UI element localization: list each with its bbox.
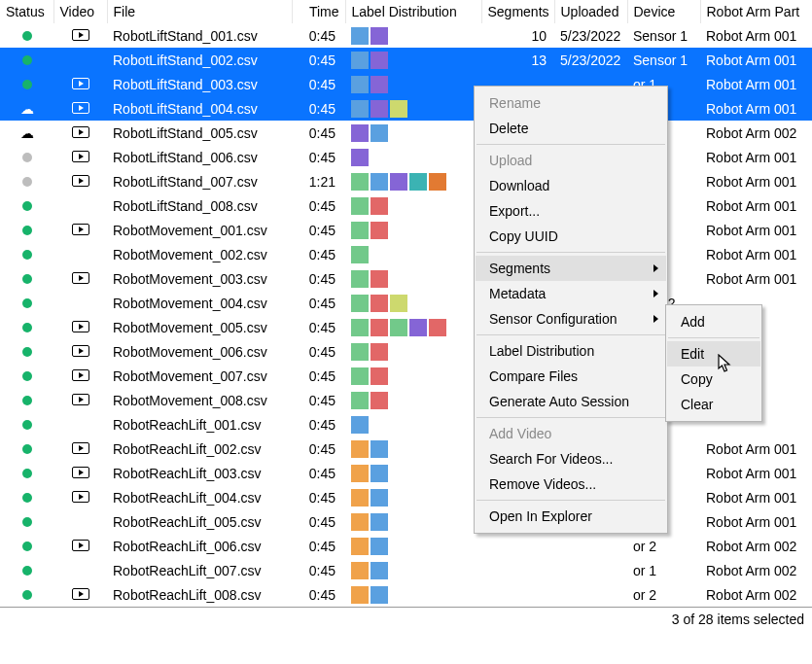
label-swatch: [351, 76, 369, 93]
play-video-icon[interactable]: [72, 394, 89, 405]
ctx-download[interactable]: Download: [476, 173, 666, 198]
table-row[interactable]: RobotLiftStand_008.csv0:45or 4Robot Arm …: [0, 193, 812, 218]
table-row[interactable]: RobotLiftStand_002.csv0:45135/23/2022Sen…: [0, 48, 812, 72]
table-row[interactable]: RobotMovement_002.csv0:45or 1Robot Arm 0…: [0, 242, 812, 266]
table-row[interactable]: RobotLiftStand_006.csv0:45or 2Robot Arm …: [0, 145, 812, 169]
cell-status: ☁: [0, 96, 53, 121]
cell-status: [0, 242, 53, 266]
table-row[interactable]: RobotReachLift_002.csv0:45or 4Robot Arm …: [0, 437, 812, 461]
ctx-sep: [477, 144, 665, 145]
ctx-open-explorer[interactable]: Open In Explorer: [476, 504, 666, 529]
table-row[interactable]: RobotReachLift_006.csv0:45or 2Robot Arm …: [0, 534, 812, 558]
table-row[interactable]: RobotReachLift_007.csv0:45or 1Robot Arm …: [0, 558, 812, 582]
cell-label-distribution: [345, 169, 481, 193]
ctx-search-video[interactable]: Search For Videos...: [476, 446, 666, 472]
col-header-labels[interactable]: Label Distribution: [345, 0, 481, 23]
col-header-time[interactable]: Time: [292, 0, 345, 23]
chevron-right-icon: [653, 315, 658, 323]
cell-part: Robot Arm 001: [700, 509, 812, 534]
table-row[interactable]: RobotReachLift_003.csv0:45or 4Robot Arm …: [0, 461, 812, 485]
cell-label-distribution: [345, 145, 481, 169]
col-header-device[interactable]: Device: [627, 0, 700, 23]
play-video-icon[interactable]: [72, 151, 89, 162]
cell-uploaded: 5/23/2022: [554, 48, 627, 72]
ctx-generate-auto[interactable]: Generate Auto Session: [476, 389, 666, 414]
ctx-sensor-config-label: Sensor Configuration: [489, 311, 618, 327]
ctx-copy-uuid[interactable]: Copy UUID: [476, 224, 666, 249]
ctx-sep: [477, 252, 665, 253]
cell-video: [53, 388, 107, 412]
cell-file: RobotReachLift_001.csv: [107, 412, 292, 437]
play-video-icon[interactable]: [72, 126, 89, 138]
cell-status: [0, 412, 53, 437]
ctx-metadata[interactable]: Metadata: [476, 281, 666, 306]
cell-time: 0:45: [292, 582, 345, 607]
cell-video: [53, 96, 107, 121]
ctx-sensor-config[interactable]: Sensor Configuration: [476, 306, 666, 332]
ctx-delete[interactable]: Delete: [476, 116, 666, 141]
col-header-file[interactable]: File: [107, 0, 292, 23]
cell-device: or 2: [627, 582, 700, 607]
cell-part: Robot Arm 001: [700, 72, 812, 96]
ctx-rename[interactable]: Rename: [476, 90, 666, 116]
table-row[interactable]: RobotMovement_001.csv0:45or 1Robot Arm 0…: [0, 218, 812, 242]
context-menu[interactable]: Rename Delete Upload Download Export... …: [474, 86, 668, 534]
table-row[interactable]: RobotReachLift_005.csv0:45or 1Robot Arm …: [0, 509, 812, 534]
sub-copy[interactable]: Copy: [667, 367, 760, 392]
status-ok-icon: [22, 31, 32, 41]
cell-status: [0, 48, 53, 72]
col-header-video[interactable]: Video: [53, 0, 107, 23]
ctx-segments[interactable]: Segments: [476, 256, 666, 281]
cell-file: RobotMovement_008.csv: [107, 388, 292, 412]
cell-label-distribution: [345, 412, 481, 437]
play-video-icon[interactable]: [72, 102, 89, 114]
play-video-icon[interactable]: [72, 588, 89, 600]
play-video-icon[interactable]: [72, 175, 89, 187]
table-row[interactable]: RobotLiftStand_001.csv0:45105/23/2022Sen…: [0, 23, 812, 48]
table-row[interactable]: ☁RobotLiftStand_005.csv0:45or 2Robot Arm…: [0, 121, 812, 145]
table-row[interactable]: RobotReachLift_004.csv0:45or 2Robot Arm …: [0, 485, 812, 509]
play-video-icon[interactable]: [72, 369, 89, 381]
play-video-icon[interactable]: [72, 540, 89, 551]
play-video-icon[interactable]: [72, 272, 89, 284]
table-row[interactable]: RobotReachLift_008.csv0:45or 2Robot Arm …: [0, 582, 812, 607]
label-swatch: [351, 222, 369, 239]
label-swatch: [371, 367, 388, 385]
label-swatch: [351, 52, 369, 69]
status-ok-icon: [22, 517, 32, 527]
col-header-part[interactable]: Robot Arm Part: [700, 0, 812, 23]
ctx-add-video[interactable]: Add Video: [476, 421, 666, 446]
play-video-icon[interactable]: [72, 442, 89, 454]
table-row[interactable]: ☁RobotLiftStand_004.csv0:45or 1Robot Arm…: [0, 96, 812, 121]
play-video-icon[interactable]: [72, 29, 89, 41]
col-header-uploaded[interactable]: Uploaded: [554, 0, 627, 23]
cell-status: [0, 339, 53, 364]
play-video-icon[interactable]: [72, 491, 89, 503]
ctx-label-distribution[interactable]: Label Distribution: [476, 338, 666, 364]
col-header-segments[interactable]: Segments: [481, 0, 554, 23]
sub-edit[interactable]: Edit: [667, 341, 760, 367]
table-row[interactable]: RobotLiftStand_007.csv1:21or 4Robot Arm …: [0, 169, 812, 193]
play-video-icon[interactable]: [72, 224, 89, 235]
cell-label-distribution: [345, 582, 481, 607]
segments-submenu[interactable]: Add Edit Copy Clear: [665, 304, 762, 422]
status-ok-icon: [22, 566, 32, 576]
ctx-compare-files[interactable]: Compare Files: [476, 364, 666, 389]
ctx-export[interactable]: Export...: [476, 198, 666, 224]
table-row[interactable]: RobotLiftStand_003.csv0:45or 1Robot Arm …: [0, 72, 812, 96]
play-video-icon[interactable]: [72, 467, 89, 478]
cell-part: Robot Arm 001: [700, 242, 812, 266]
cell-label-distribution: [345, 461, 481, 485]
cell-part: Robot Arm 001: [700, 485, 812, 509]
col-header-status[interactable]: Status: [0, 0, 53, 23]
cell-video: [53, 437, 107, 461]
table-row[interactable]: RobotMovement_003.csv0:45or 1Robot Arm 0…: [0, 266, 812, 291]
ctx-upload[interactable]: Upload: [476, 148, 666, 173]
ctx-remove-video[interactable]: Remove Videos...: [476, 472, 666, 497]
sub-add[interactable]: Add: [667, 309, 760, 334]
play-video-icon[interactable]: [72, 345, 89, 357]
play-video-icon[interactable]: [72, 78, 89, 89]
play-video-icon[interactable]: [72, 321, 89, 332]
cell-label-distribution: [345, 72, 481, 96]
sub-clear[interactable]: Clear: [667, 392, 760, 417]
